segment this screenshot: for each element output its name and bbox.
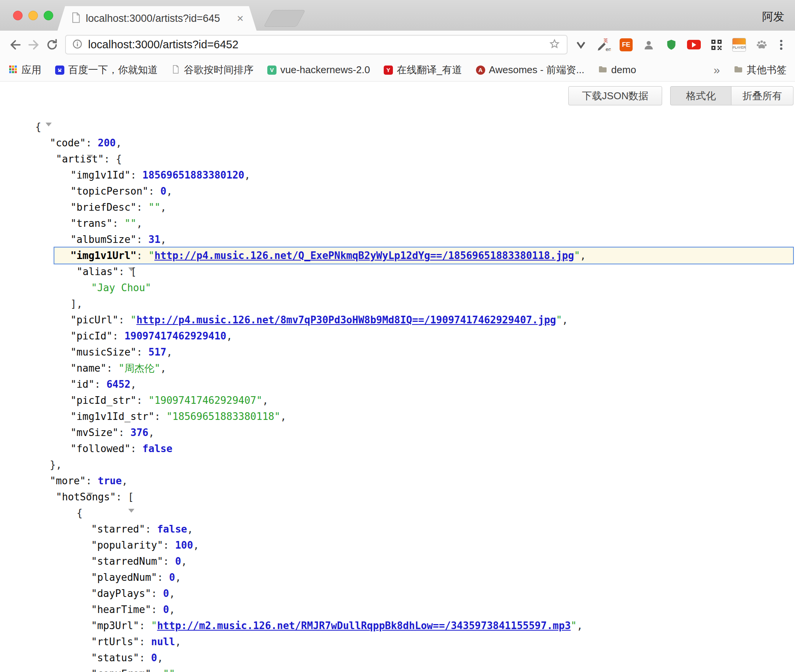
json-key: "status" — [91, 652, 139, 664]
json-token: , — [181, 556, 187, 567]
json-line: "img1v1Id": 18569651883380120, — [0, 167, 795, 183]
tab-strip: localhost:3000/artists?id=645 × 阿发 — [0, 0, 795, 31]
json-token: , — [157, 652, 163, 664]
json-line: "musicSize": 517, — [0, 344, 795, 360]
address-bar[interactable]: localhost:3000/artists?id=6452 — [65, 35, 568, 54]
json-link[interactable]: http://p4.music.126.net/8mv7qP30Pd3oHW8b… — [136, 314, 556, 326]
json-token: : — [131, 443, 142, 454]
json-key: "starred" — [91, 523, 145, 535]
json-key: "alias" — [77, 266, 119, 277]
json-token: : — [106, 362, 118, 374]
json-token: , — [169, 588, 175, 599]
translate-en-extension-icon[interactable]: 英 en — [595, 36, 612, 53]
json-token: : — [136, 250, 148, 261]
paw-extension-icon[interactable] — [754, 36, 770, 53]
json-token: 6452 — [106, 379, 131, 390]
json-line: "more": true, — [0, 473, 795, 489]
json-token: 200 — [98, 137, 116, 149]
json-token: ], — [70, 298, 82, 310]
url-text[interactable]: localhost:3000/artists?id=6452 — [88, 38, 548, 51]
json-link[interactable]: http://p4.music.126.net/Q_ExePNkmqB2yWyL… — [154, 250, 574, 261]
site-info-icon[interactable] — [72, 39, 83, 51]
json-token: 0 — [160, 185, 167, 197]
json-tree: {"code": 200,"artist": {"img1v1Id": 1856… — [0, 119, 795, 672]
json-token: , — [149, 427, 155, 438]
qrcode-extension-icon[interactable] — [708, 36, 725, 53]
json-token: 0 — [151, 652, 157, 664]
bookmark-item-baidu[interactable]: 百度一下，你就知道 — [55, 63, 158, 77]
fe-extension-icon[interactable]: FE — [618, 36, 634, 53]
bookmark-item-awesomes[interactable]: A Awesomes - 前端资... — [476, 63, 584, 77]
json-key: "trans" — [70, 218, 113, 229]
download-json-button[interactable]: 下载JSON数据 — [568, 86, 662, 105]
json-token: , — [160, 362, 167, 374]
json-token: " — [131, 314, 137, 326]
json-token: , — [160, 234, 167, 245]
new-tab-button[interactable] — [263, 10, 305, 27]
json-token: , — [166, 346, 172, 358]
v-extension-icon[interactable] — [573, 36, 589, 53]
close-window-button[interactable] — [13, 11, 23, 20]
json-key: "popularity" — [91, 539, 163, 551]
json-key: "artist" — [56, 153, 104, 165]
json-line: "starred": false, — [0, 521, 795, 537]
browser-menu-button[interactable] — [774, 36, 789, 53]
json-line: "trans": "", — [0, 215, 795, 231]
profile-extension-icon[interactable] — [641, 36, 657, 53]
json-token: 0 — [163, 604, 169, 615]
bookmark-item-google-sort[interactable]: 谷歌按时间排序 — [172, 63, 254, 77]
json-token: , — [122, 475, 128, 487]
browser-tab[interactable]: localhost:3000/artists?id=645 × — [57, 6, 257, 31]
json-line: "popularity": 100, — [0, 537, 795, 553]
json-line: "dayPlays": 0, — [0, 585, 795, 602]
bookmark-item-vue-hackernews[interactable]: V vue-hackernews-2.0 — [267, 64, 370, 76]
json-token: false — [142, 443, 172, 454]
bookmark-item-demo[interactable]: demo — [598, 64, 636, 76]
json-line: "copyFrom": "", — [0, 666, 795, 672]
json-token: " — [556, 314, 562, 326]
json-token: { — [77, 507, 83, 519]
bookmark-item-apps[interactable]: 应用 — [8, 63, 41, 77]
extension-icons: 英 en FE — [573, 36, 770, 53]
svg-text:en: en — [605, 46, 611, 52]
reload-button[interactable] — [43, 36, 61, 54]
forward-button[interactable] — [25, 36, 43, 54]
bookmark-star-icon[interactable] — [548, 38, 561, 52]
page-content: 下载JSON数据 格式化 折叠所有 {"code": 200,"artist":… — [0, 82, 795, 672]
collapse-all-button[interactable]: 折叠所有 — [731, 86, 793, 105]
bookmark-item-youdao[interactable]: Y 在线翻译_有道 — [384, 63, 462, 77]
bookmark-label: 百度一下，你就知道 — [68, 63, 158, 77]
json-token: : — [113, 218, 124, 229]
youtube-extension-icon[interactable] — [686, 36, 702, 53]
bookmarks-overflow-chevron[interactable]: » — [713, 64, 720, 77]
zoom-window-button[interactable] — [44, 11, 53, 20]
shield-extension-icon[interactable] — [663, 36, 679, 53]
json-token: }, — [50, 459, 62, 470]
json-token: , — [175, 668, 181, 672]
format-button[interactable]: 格式化 — [670, 86, 732, 105]
svg-text:英: 英 — [604, 38, 608, 43]
json-key: "img1v1Id_str" — [70, 411, 154, 422]
json-key: "musicSize" — [70, 346, 136, 358]
json-token: true — [98, 475, 122, 487]
back-button[interactable] — [6, 36, 25, 54]
json-line: "briefDesc": "", — [0, 199, 795, 215]
json-token: , — [562, 314, 568, 326]
json-line: "picId": 19097417462929410, — [0, 328, 795, 344]
player-extension-icon[interactable]: PLAYER — [731, 36, 747, 53]
json-line: { — [0, 505, 795, 521]
json-line: "status": 0, — [0, 650, 795, 666]
baidu-icon — [55, 66, 64, 75]
json-token: , — [166, 185, 172, 197]
json-link[interactable]: http://m2.music.126.net/RMJR7wDullRqppBk… — [157, 620, 571, 631]
json-line: "topicPerson": 0, — [0, 183, 795, 199]
json-token: , — [136, 218, 142, 229]
json-key: "picId_str" — [70, 395, 136, 406]
json-token: , — [175, 572, 181, 583]
tab-close-icon[interactable]: × — [237, 13, 244, 24]
minimize-window-button[interactable] — [28, 11, 38, 20]
json-line: "name": "周杰伦", — [0, 360, 795, 376]
folder-icon — [734, 65, 743, 75]
other-bookmarks-folder[interactable]: 其他书签 — [734, 63, 787, 77]
folder-icon — [598, 65, 607, 75]
